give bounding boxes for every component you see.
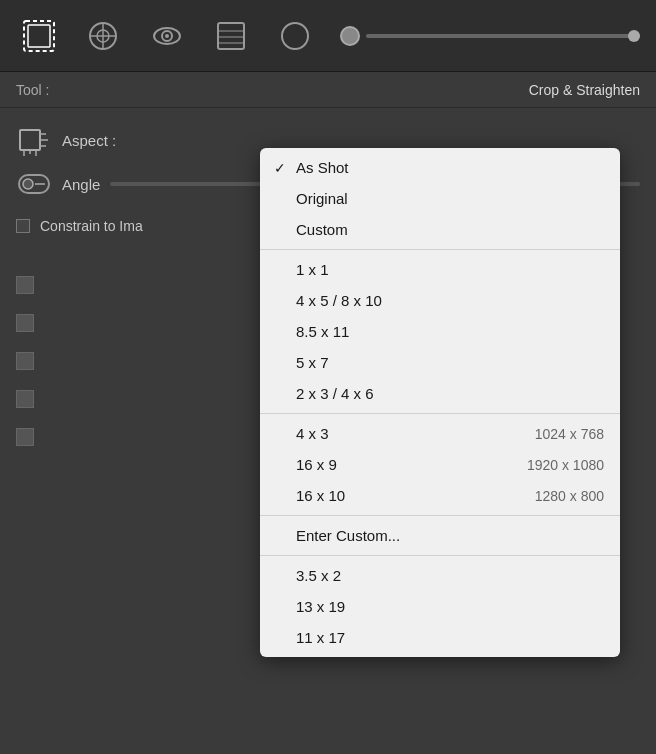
constrain-checkbox[interactable] — [16, 219, 30, 233]
dropdown-item-1-1[interactable]: 4 x 5 / 8 x 10 — [260, 285, 620, 316]
dropdown-item-1-4[interactable]: 2 x 3 / 4 x 6 — [260, 378, 620, 409]
heal-tool-button[interactable] — [80, 13, 126, 59]
dropdown-item-2-2[interactable]: 16 x 101280 x 800 — [260, 480, 620, 511]
dropdown-item-label-3-0: Enter Custom... — [296, 527, 400, 544]
dropdown-item-label-4-1: 13 x 19 — [296, 598, 345, 615]
dropdown-item-label-4-0: 3.5 x 2 — [296, 567, 341, 584]
bottom-row-box-5 — [16, 428, 34, 446]
dropdown-item-label-1-1: 4 x 5 / 8 x 10 — [296, 292, 382, 309]
bottom-row-box-1 — [16, 276, 34, 294]
dropdown-item-right-2-2: 1280 x 800 — [535, 488, 604, 504]
dropdown-item-label-1-0: 1 x 1 — [296, 261, 329, 278]
dropdown-item-4-0[interactable]: 3.5 x 2 — [260, 560, 620, 591]
angle-label: Angle — [62, 176, 100, 193]
dropdown-item-right-2-0: 1024 x 768 — [535, 426, 604, 442]
aspect-dropdown: As ShotOriginalCustom1 x 14 x 5 / 8 x 10… — [260, 148, 620, 657]
tool-key-label: Tool : — [16, 82, 49, 98]
svg-rect-14 — [20, 130, 40, 150]
angle-icon — [16, 166, 52, 202]
dropdown-item-right-2-1: 1920 x 1080 — [527, 457, 604, 473]
dropdown-item-label-4-2: 11 x 17 — [296, 629, 345, 646]
bottom-row-box-4 — [16, 390, 34, 408]
tool-label-row: Tool : Crop & Straighten — [0, 72, 656, 108]
dropdown-item-label-2-2: 16 x 10 — [296, 487, 345, 504]
dropdown-section-1: 1 x 14 x 5 / 8 x 108.5 x 115 x 72 x 3 / … — [260, 250, 620, 414]
toolbar — [0, 0, 656, 72]
dropdown-item-1-2[interactable]: 8.5 x 11 — [260, 316, 620, 347]
dropdown-item-4-2[interactable]: 11 x 17 — [260, 622, 620, 653]
crop-tool-button[interactable] — [16, 13, 62, 59]
svg-rect-22 — [23, 179, 33, 189]
constrain-label: Constrain to Ima — [40, 218, 143, 234]
dropdown-item-1-3[interactable]: 5 x 7 — [260, 347, 620, 378]
dropdown-section-2: 4 x 31024 x 76816 x 91920 x 108016 x 101… — [260, 414, 620, 516]
bottom-row-box-3 — [16, 352, 34, 370]
dropdown-section-4: 3.5 x 213 x 1911 x 17 — [260, 556, 620, 657]
svg-rect-1 — [28, 25, 50, 47]
dropdown-item-0-2[interactable]: Custom — [260, 214, 620, 245]
dropdown-section-0: As ShotOriginalCustom — [260, 148, 620, 250]
dropdown-item-3-0[interactable]: Enter Custom... — [260, 520, 620, 551]
svg-point-8 — [165, 34, 169, 38]
dropdown-item-label-0-2: Custom — [296, 221, 348, 238]
svg-point-13 — [282, 23, 308, 49]
dropdown-item-4-1[interactable]: 13 x 19 — [260, 591, 620, 622]
dropdown-item-1-0[interactable]: 1 x 1 — [260, 254, 620, 285]
svg-rect-9 — [218, 23, 244, 49]
graduated-tool-button[interactable] — [208, 13, 254, 59]
dropdown-item-label-1-3: 5 x 7 — [296, 354, 329, 371]
brush-icon — [340, 26, 360, 46]
brush-slider-container — [340, 26, 640, 46]
dropdown-item-label-1-2: 8.5 x 11 — [296, 323, 349, 340]
dropdown-item-label-0-0: As Shot — [296, 159, 349, 176]
dropdown-item-2-1[interactable]: 16 x 91920 x 1080 — [260, 449, 620, 480]
dropdown-item-0-1[interactable]: Original — [260, 183, 620, 214]
aspect-label: Aspect : — [62, 132, 116, 149]
dropdown-item-0-0[interactable]: As Shot — [260, 152, 620, 183]
tool-value-label: Crop & Straighten — [529, 82, 640, 98]
dropdown-item-label-0-1: Original — [296, 190, 348, 207]
bottom-row-box-2 — [16, 314, 34, 332]
redeye-tool-button[interactable] — [144, 13, 190, 59]
toolbar-slider-track[interactable] — [366, 34, 640, 38]
dropdown-item-2-0[interactable]: 4 x 31024 x 768 — [260, 418, 620, 449]
radial-tool-button[interactable] — [272, 13, 318, 59]
dropdown-item-label-1-4: 2 x 3 / 4 x 6 — [296, 385, 374, 402]
dropdown-item-label-2-0: 4 x 3 — [296, 425, 329, 442]
dropdown-section-3: Enter Custom... — [260, 516, 620, 556]
dropdown-item-label-2-1: 16 x 9 — [296, 456, 337, 473]
aspect-icon — [16, 122, 52, 158]
